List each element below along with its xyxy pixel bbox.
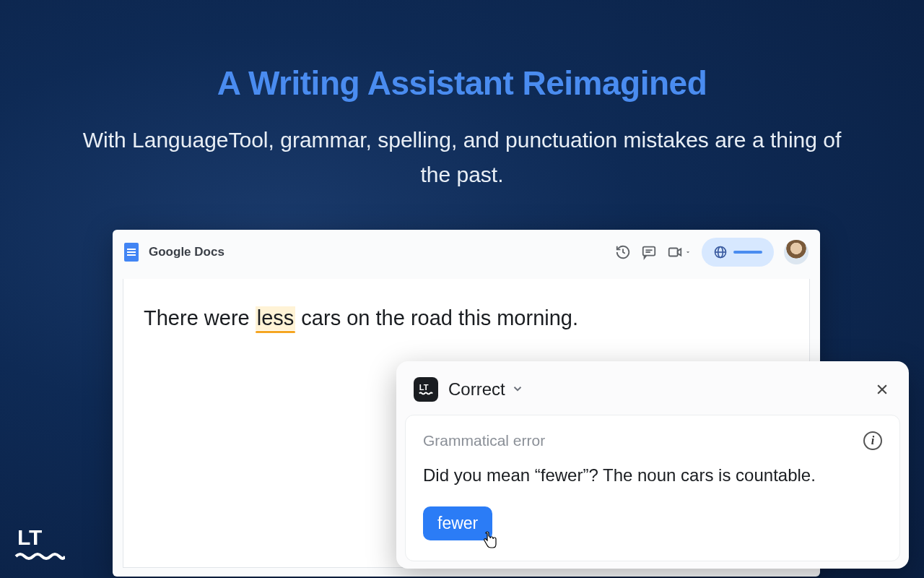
hero-subtitle: With LanguageTool, grammar, spelling, an… <box>0 103 924 192</box>
share-placeholder-line <box>733 251 762 254</box>
history-icon[interactable] <box>615 244 631 260</box>
svg-rect-0 <box>643 247 655 256</box>
svg-marker-4 <box>678 249 681 255</box>
hero-title: A Writing Assistant Reimagined <box>0 0 924 103</box>
globe-icon <box>713 245 728 259</box>
suggestion-text: fewer <box>437 514 478 532</box>
languagetool-watermark-icon: LT <box>14 525 65 564</box>
video-icon[interactable] <box>667 244 692 260</box>
svg-rect-3 <box>669 249 678 256</box>
doc-app-title: Google Docs <box>149 245 225 259</box>
user-avatar[interactable] <box>784 240 808 264</box>
popup-mode-label: Correct <box>448 379 505 399</box>
cursor-pointer-icon <box>481 530 498 551</box>
close-icon <box>875 382 889 397</box>
popup-card: Grammatical error i Did you mean “fewer”… <box>405 415 900 561</box>
comment-icon[interactable] <box>641 244 657 260</box>
doc-text-after: cars on the road this morning. <box>295 306 578 329</box>
lt-suggestion-popup: LT Correct Grammatical error i Did you m… <box>396 361 909 569</box>
languagetool-icon: LT <box>414 377 438 402</box>
suggestion-button[interactable]: fewer <box>423 506 492 540</box>
chevron-down-icon <box>511 379 524 399</box>
svg-text:LT: LT <box>17 525 42 549</box>
doc-toolbar: Google Docs <box>113 230 820 275</box>
popup-mode-dropdown[interactable]: Correct <box>448 379 524 400</box>
info-button[interactable]: i <box>863 431 882 450</box>
svg-text:LT: LT <box>419 383 429 392</box>
grammar-error-word[interactable]: less <box>256 306 296 330</box>
close-button[interactable] <box>873 380 892 399</box>
google-docs-icon <box>124 243 139 262</box>
share-button[interactable] <box>702 238 774 267</box>
doc-text-before: There were <box>144 306 256 329</box>
error-type-label: Grammatical error <box>423 432 545 449</box>
popup-header: LT Correct <box>396 361 909 415</box>
error-message: Did you mean “fewer”? The noun cars is c… <box>423 463 882 488</box>
